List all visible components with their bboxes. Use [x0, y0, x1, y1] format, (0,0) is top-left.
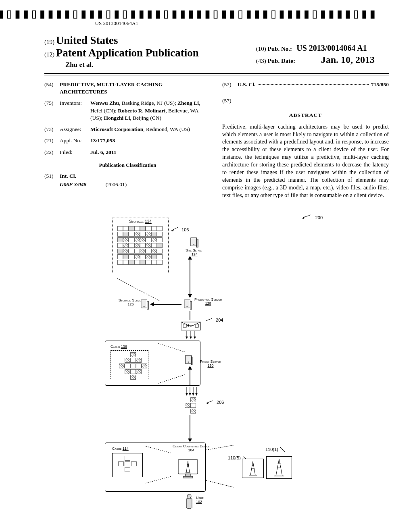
field-51: (51) Int. Cl. [44, 172, 211, 180]
multi-arrow-down-icon [185, 387, 198, 397]
arrow-line-icon [190, 368, 190, 385]
leader-line-icon [280, 447, 287, 453]
barcode-number: US 20130014064A1 [0, 20, 377, 27]
arrow-down-icon [188, 438, 192, 442]
uscl-label: U.S. Cl. [238, 81, 255, 88]
bibliographic-columns: (54) PREDICTIVE, MULTI-LAYER CACHING ARC… [44, 81, 389, 200]
server-icon [190, 237, 199, 247]
eiffel-icon [242, 459, 263, 478]
publication-date: Jan. 10, 2013 [321, 54, 375, 65]
prediction-server-label: Prediction Server [194, 297, 222, 301]
rule-thick [44, 73, 389, 74]
ref-110-5-label: 110(5) [228, 455, 241, 460]
code-51: (51) [44, 172, 60, 180]
cache-114-block: Cache 114 [112, 447, 143, 477]
leader-line-icon [171, 227, 180, 231]
applno-label: Appl. No.: [60, 137, 90, 144]
field-22: (22) Filed: Jul. 6, 2011 [44, 149, 211, 156]
dashed-line-icon [206, 480, 234, 488]
svg-rect-33 [186, 474, 190, 476]
ref-106: 106 [171, 227, 189, 232]
field-57: (57) [222, 97, 389, 104]
application-number: 13/177,058 [90, 137, 115, 143]
svg-marker-24 [186, 393, 188, 396]
user-block: User102 [184, 493, 194, 511]
header-right: (10) Pub. No.: US 2013/0014064 A1 (43) P… [256, 44, 375, 65]
left-column: (54) PREDICTIVE, MULTI-LAYER CACHING ARC… [44, 81, 211, 200]
pubno-label: Pub. No.: [268, 46, 292, 52]
eiffel-icon [267, 457, 292, 478]
arrow-up-icon [188, 256, 192, 260]
inventor-3: Roberto R. Molinari [118, 108, 165, 114]
code-75: (75) [44, 100, 60, 122]
ref-204-label: 204 [216, 318, 223, 322]
cache-114-label: Cache [112, 447, 121, 451]
svg-rect-3 [197, 239, 198, 247]
field-21: (21) Appl. No.: 13/177,058 [44, 137, 211, 144]
leader-line-icon [206, 400, 215, 404]
barcode-block: ▮▮▯▮▮▮▮▯▮▯▮▮▮▮▯▮▮▮▯▮▮▯▮▮▮▮▯▮▮▮▯▮▯▮▮▮▮▯▮▮… [0, 7, 377, 27]
inventors-body: Wenwu Zhu, Basking Ridge, NJ (US); Zheng… [90, 100, 211, 122]
prediction-server-num: 128 [205, 301, 211, 305]
multi-arrow-down-icon [185, 331, 197, 339]
code-52: (52) [222, 81, 238, 88]
patent-front-page: ▮▮▯▮▮▮▮▯▮▯▮▮▮▮▯▮▮▮▯▮▮▯▮▮▮▮▯▮▮▮▯▮▯▮▮▮▮▯▮▮… [0, 0, 413, 532]
dashed-line-icon [206, 445, 234, 450]
svg-marker-26 [189, 393, 191, 396]
site-server-label: Site Server [186, 248, 203, 252]
prediction-server-block: Prediction Server128 [194, 297, 222, 305]
user-num: 102 [196, 500, 202, 504]
country: United States [56, 34, 118, 46]
intcl-label: Int. Cl. [60, 173, 76, 179]
publication-type: Patent Application Publication [56, 47, 199, 59]
storage-134-box: Storage 134 [112, 218, 169, 273]
pubdate-label: Pub. Date: [268, 58, 295, 64]
field-73: (73) Assignee: Microsoft Corporation, Re… [44, 126, 211, 133]
invention-title: PREDICTIVE, MULTI-LAYER CACHING ARCHITEC… [60, 81, 211, 96]
intcl-row: G06F 3/048 (2006.01) [60, 181, 211, 188]
svg-point-10 [186, 306, 188, 308]
ref-110-1-label: 110(1) [265, 447, 278, 452]
field-52: (52) U.S. Cl. 715/850 [222, 81, 389, 88]
barcode-icon: ▮▮▯▮▮▮▮▯▮▯▮▮▮▮▯▮▮▮▯▮▮▯▮▮▮▮▯▮▮▮▯▮▯▮▮▮▮▯▮▮… [0, 7, 377, 19]
storage-server-label: Storage Server [119, 298, 143, 302]
svg-rect-21 [192, 357, 193, 365]
svg-marker-0 [302, 216, 305, 219]
assignee-name: Microsoft Corporation [90, 126, 143, 132]
intcl-class: G06F 3/048 [60, 181, 104, 188]
server-icon [140, 299, 149, 310]
ref-206-label: 206 [217, 400, 224, 405]
svg-rect-34 [183, 476, 193, 478]
code-22: (22) [44, 149, 60, 156]
storage-server-num: 126 [127, 302, 133, 306]
leader-arrow-icon [302, 214, 314, 219]
ref-204: 204 [206, 318, 223, 322]
assignee-label: Assignee: [60, 126, 90, 133]
ref-200-label: 200 [315, 215, 323, 220]
server-icon [184, 299, 192, 310]
arrow-line-icon [190, 311, 190, 320]
arrow-line-icon [152, 304, 181, 305]
ref-200: 200 [302, 214, 323, 220]
arrow-up-icon [188, 366, 192, 370]
client-device-block: Client Computing Device104 [173, 444, 210, 452]
code-73: (73) [44, 126, 60, 133]
right-column: (52) U.S. Cl. 715/850 (57) ABSTRACT Pred… [222, 81, 389, 200]
code-54: (54) [44, 81, 60, 96]
svg-marker-30 [195, 393, 198, 396]
code-43: (43) [256, 58, 266, 64]
proxy-server-block: Proxy Server130 [200, 360, 221, 368]
proxy-server-num: 130 [208, 364, 214, 368]
svg-point-35 [187, 494, 191, 498]
inventor-2: Zheng Li [177, 100, 199, 106]
field-75: (75) Inventors: Wenwu Zhu, Basking Ridge… [44, 100, 211, 122]
ref-106-label: 106 [181, 227, 189, 232]
arrow-down-icon [188, 294, 192, 298]
code-57: (57) [222, 97, 238, 104]
thumbnail-110-5 [242, 459, 264, 478]
thumbnail-110-1 [266, 456, 292, 479]
svg-marker-15 [186, 337, 188, 339]
code-12: (12) [44, 51, 54, 58]
cache-114-num: 114 [123, 447, 129, 451]
abstract-text: Predictive, multi-layer caching architec… [222, 123, 389, 200]
